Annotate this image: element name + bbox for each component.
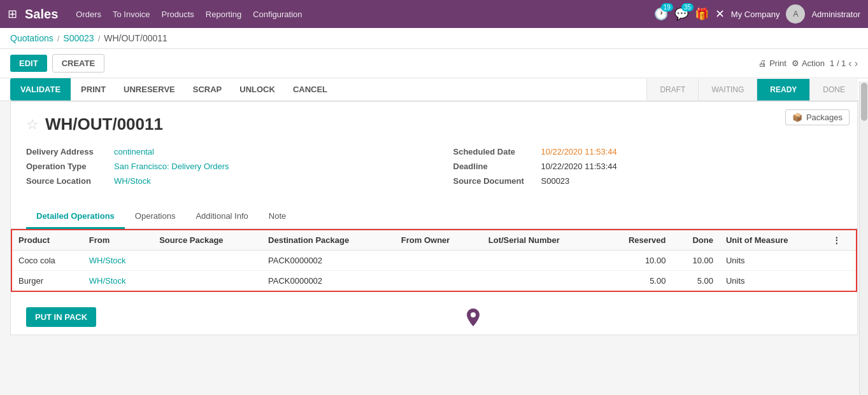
app-title: Sales bbox=[25, 7, 58, 22]
breadcrumb-sep-2: / bbox=[98, 34, 101, 43]
scheduled-date-field: Scheduled Date 10/22/2020 11:53:44 bbox=[453, 147, 843, 156]
col-uom: Unit of Measure bbox=[720, 230, 826, 251]
deadline-label: Deadline bbox=[453, 162, 536, 171]
validate-button[interactable]: VALIDATE bbox=[10, 78, 71, 100]
prev-page-button[interactable]: ‹ bbox=[848, 58, 851, 69]
row1-from[interactable]: WH/Stock bbox=[83, 251, 153, 271]
nav-to-invoice[interactable]: To Invoice bbox=[113, 10, 150, 19]
row1-reserved: 10.00 bbox=[601, 251, 672, 271]
source-document-field: Source Document S00023 bbox=[453, 176, 843, 186]
row2-from-owner bbox=[395, 271, 482, 292]
status-done: DONE bbox=[809, 79, 858, 100]
packages-icon: 📦 bbox=[792, 113, 802, 122]
svg-point-0 bbox=[471, 312, 476, 317]
unreserve-button[interactable]: UNRESERVE bbox=[115, 78, 184, 100]
breadcrumb-sep-1: / bbox=[57, 34, 60, 43]
close-icon[interactable]: ✕ bbox=[715, 7, 725, 21]
col-source-package: Source Package bbox=[153, 230, 262, 251]
admin-name: Administrator bbox=[811, 10, 860, 19]
nav-reporting[interactable]: Reporting bbox=[206, 10, 241, 19]
table-row: Coco cola WH/Stock PACK0000002 10.00 10.… bbox=[11, 251, 857, 271]
avatar[interactable]: A bbox=[786, 4, 805, 24]
row1-source-package bbox=[153, 251, 262, 271]
next-page-button[interactable]: › bbox=[855, 58, 858, 69]
operation-type-field: Operation Type San Francisco: Delivery O… bbox=[26, 162, 415, 171]
breadcrumb-s00023[interactable]: S00023 bbox=[63, 33, 94, 43]
nav-products[interactable]: Products bbox=[162, 10, 194, 19]
main-content: 📦 Packages ☆ WH/OUT/00011 Delivery Addre… bbox=[0, 101, 868, 345]
tab-note[interactable]: Note bbox=[259, 205, 296, 229]
document-header: ☆ WH/OUT/00011 Delivery Address continen… bbox=[11, 102, 857, 205]
source-document-label: Source Document bbox=[453, 176, 536, 186]
tabs: Detailed Operations Operations Additiona… bbox=[11, 205, 857, 229]
top-navigation: ⊞ Sales Orders To Invoice Products Repor… bbox=[0, 0, 868, 28]
col-reserved: Reserved bbox=[601, 230, 672, 251]
nav-links: Orders To Invoice Products Reporting Con… bbox=[76, 10, 654, 19]
row2-destination-package: PACK0000002 bbox=[262, 271, 395, 292]
row2-lot-serial bbox=[482, 271, 601, 292]
action-label: Action bbox=[802, 59, 825, 68]
gear-icon: ⚙ bbox=[792, 59, 799, 68]
col-from-owner: From Owner bbox=[395, 230, 482, 251]
action-button[interactable]: ⚙ Action bbox=[792, 59, 825, 68]
row1-lot-serial bbox=[482, 251, 601, 271]
breadcrumb-current: WH/OUT/00011 bbox=[104, 33, 167, 43]
nav-configuration[interactable]: Configuration bbox=[253, 10, 302, 19]
message-badge[interactable]: 💬 35 bbox=[674, 7, 688, 21]
pagination: 1 / 1 ‹ › bbox=[830, 58, 858, 69]
nav-orders[interactable]: Orders bbox=[76, 10, 101, 19]
row2-from[interactable]: WH/Stock bbox=[83, 271, 153, 292]
row2-actions bbox=[826, 271, 857, 292]
col-lot-serial: Lot/Serial Number bbox=[482, 230, 601, 251]
tab-additional-info[interactable]: Additional Info bbox=[185, 205, 258, 229]
status-ready: READY bbox=[757, 79, 809, 100]
scrollbar-thumb[interactable] bbox=[861, 83, 867, 121]
document-title: WH/OUT/00011 bbox=[45, 114, 163, 134]
table-row: Burger WH/Stock PACK0000002 5.00 5.00 Un… bbox=[11, 271, 857, 292]
edit-button[interactable]: EDIT bbox=[10, 55, 47, 72]
status-waiting: WAITING bbox=[698, 79, 757, 100]
tab-operations[interactable]: Operations bbox=[125, 205, 186, 229]
unlock-button[interactable]: UNLOCK bbox=[231, 78, 284, 100]
map-pin-icon bbox=[467, 308, 480, 326]
toolbar: VALIDATE PRINT UNRESERVE SCRAP UNLOCK CA… bbox=[0, 78, 868, 101]
row1-done[interactable]: 10.00 bbox=[672, 251, 720, 271]
source-document-value: S00023 bbox=[541, 176, 570, 186]
col-destination-package: Destination Package bbox=[262, 230, 395, 251]
printer-icon: 🖨 bbox=[758, 59, 767, 68]
row2-source-package bbox=[153, 271, 262, 292]
source-location-value[interactable]: WH/Stock bbox=[114, 176, 151, 186]
scrollbar[interactable] bbox=[859, 81, 868, 395]
create-button[interactable]: CREATE bbox=[52, 54, 104, 73]
scheduled-date-value[interactable]: 10/22/2020 11:53:44 bbox=[541, 147, 617, 156]
message-count: 35 bbox=[681, 3, 694, 11]
gift-icon[interactable]: 🎁 bbox=[695, 7, 709, 21]
scrap-button[interactable]: SCRAP bbox=[184, 78, 231, 100]
tab-detailed-operations[interactable]: Detailed Operations bbox=[26, 205, 125, 229]
col-from: From bbox=[83, 230, 153, 251]
status-draft: DRAFT bbox=[646, 79, 698, 100]
breadcrumb-quotations[interactable]: Quotations bbox=[10, 33, 53, 43]
company-name[interactable]: My Company bbox=[731, 10, 780, 19]
deadline-field: Deadline 10/22/2020 11:53:44 bbox=[453, 162, 843, 171]
col-done: Done bbox=[672, 230, 720, 251]
row2-uom: Units bbox=[720, 271, 826, 292]
action-bar: EDIT CREATE 🖨 Print ⚙ Action 1 / 1 ‹ › bbox=[0, 49, 868, 78]
row2-done[interactable]: 5.00 bbox=[672, 271, 720, 292]
print-button[interactable]: 🖨 Print bbox=[758, 59, 786, 68]
operation-type-value[interactable]: San Francisco: Delivery Orders bbox=[114, 162, 229, 171]
status-bar: DRAFT WAITING READY DONE bbox=[646, 79, 858, 100]
favorite-star-icon[interactable]: ☆ bbox=[26, 116, 39, 133]
apps-icon[interactable]: ⊞ bbox=[8, 7, 17, 21]
breadcrumb: Quotations / S00023 / WH/OUT/00011 bbox=[0, 28, 868, 49]
packages-button[interactable]: 📦 Packages bbox=[785, 109, 850, 125]
put-in-pack-button[interactable]: PUT IN PACK bbox=[26, 307, 96, 327]
col-dots[interactable]: ⋮ bbox=[826, 230, 857, 251]
row2-product: Burger bbox=[11, 271, 83, 292]
delivery-address-value[interactable]: continental bbox=[114, 147, 154, 156]
operation-type-label: Operation Type bbox=[26, 162, 109, 171]
packages-label: Packages bbox=[806, 113, 843, 122]
print-toolbar-button[interactable]: PRINT bbox=[72, 78, 115, 100]
clock-badge[interactable]: 🕐 19 bbox=[654, 7, 668, 21]
cancel-button[interactable]: CANCEL bbox=[284, 78, 336, 100]
